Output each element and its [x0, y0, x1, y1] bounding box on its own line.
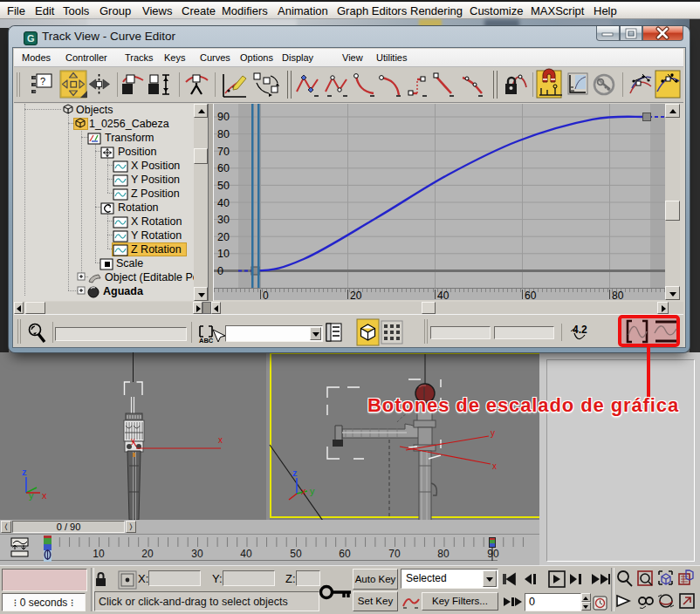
svg-text:z: z	[22, 467, 27, 477]
svg-text:10: 10	[93, 548, 105, 560]
svg-text:60: 60	[217, 162, 230, 174]
svg-text:40: 40	[217, 197, 230, 209]
svg-text:50: 50	[290, 548, 302, 560]
svg-text:70: 70	[217, 146, 230, 158]
svg-text:40: 40	[437, 290, 450, 300]
svg-text:x: x	[301, 486, 306, 496]
svg-text:50: 50	[217, 180, 230, 192]
svg-text:30: 30	[191, 548, 203, 560]
svg-text:90: 90	[217, 111, 230, 123]
svg-text:y: y	[131, 436, 135, 445]
svg-text:x: x	[492, 461, 497, 471]
svg-text:z: z	[292, 467, 298, 478]
svg-text:y: y	[491, 428, 495, 438]
svg-text:30: 30	[217, 214, 230, 226]
svg-text:0: 0	[263, 290, 269, 300]
svg-text:10: 10	[217, 248, 230, 260]
svg-text:40: 40	[240, 548, 252, 560]
svg-text:60: 60	[339, 548, 351, 560]
svg-text:20: 20	[217, 231, 230, 243]
svg-text:x: x	[218, 435, 223, 445]
svg-text:80: 80	[217, 128, 230, 140]
svg-text:y: y	[29, 490, 34, 501]
svg-text:90: 90	[487, 548, 499, 560]
svg-text:20: 20	[141, 548, 154, 560]
svg-text:20: 20	[350, 290, 362, 300]
svg-text:y: y	[310, 486, 315, 496]
svg-text:0: 0	[217, 265, 223, 277]
svg-text:80: 80	[437, 548, 450, 560]
svg-text:ABC: ABC	[199, 337, 214, 345]
svg-text:70: 70	[388, 548, 401, 560]
svg-text:x: x	[42, 490, 47, 501]
svg-text:60: 60	[525, 290, 537, 300]
svg-text:80: 80	[612, 290, 624, 300]
svg-text:?: ?	[40, 76, 45, 86]
